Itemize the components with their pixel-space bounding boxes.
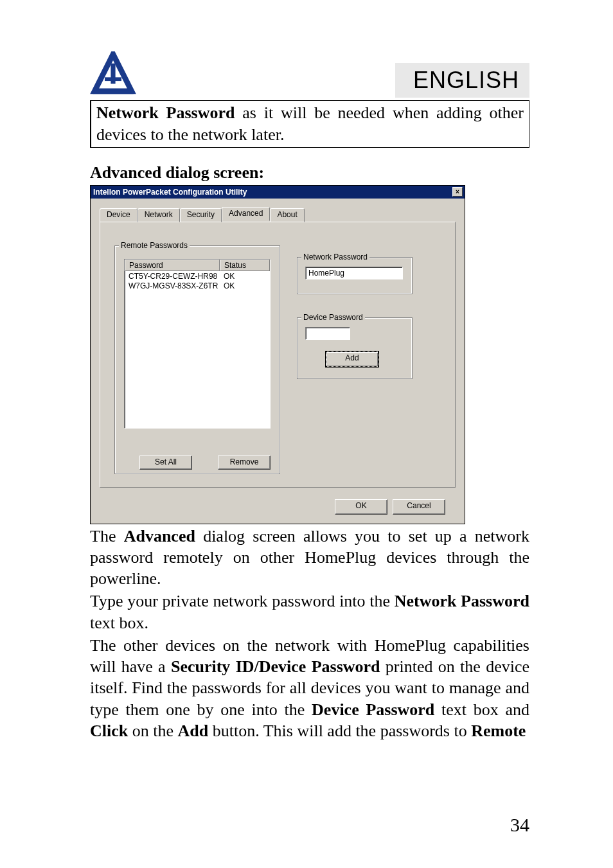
remote-passwords-label: Remote Passwords: [119, 241, 190, 250]
ok-button[interactable]: OK: [335, 499, 387, 515]
dialog-title: Intellon PowerPacket Configuration Utili…: [93, 188, 247, 197]
tab-strip: Device Network Security Advanced About: [100, 208, 456, 222]
add-button[interactable]: Add: [326, 351, 378, 367]
titlebar: Intellon PowerPacket Configuration Utili…: [91, 186, 465, 199]
tab-about[interactable]: About: [270, 208, 304, 222]
list-item[interactable]: CT5Y-CR29-CEWZ-HR98 OK: [125, 271, 270, 281]
svg-rect-2: [93, 90, 133, 94]
brand-logo: [90, 51, 136, 98]
section-title: Advanced dialog screen:: [90, 163, 529, 182]
set-all-button[interactable]: Set All: [139, 456, 192, 470]
list-header-password[interactable]: Password: [125, 260, 220, 271]
tab-advanced[interactable]: Advanced: [222, 207, 270, 221]
paragraph-2: Type your private network password into …: [90, 590, 529, 633]
password-listbox[interactable]: Password Status CT5Y-CR29-CEWZ-HR98 OK W…: [124, 259, 271, 429]
note-bold: Network Password: [96, 103, 235, 122]
network-password-group: Network Password HomePlug: [297, 257, 413, 294]
list-password-cell: W7GJ-MGSV-83SX-Z6TR: [125, 281, 220, 290]
list-status-cell: OK: [220, 272, 270, 281]
remote-passwords-group: Remote Passwords Password Status CT5Y-CR…: [114, 245, 280, 474]
list-status-cell: OK: [220, 281, 270, 290]
close-icon[interactable]: ×: [452, 187, 463, 197]
page-number: 34: [510, 814, 529, 836]
device-password-input[interactable]: [305, 327, 350, 340]
cancel-button[interactable]: Cancel: [393, 499, 445, 515]
list-item[interactable]: W7GJ-MGSV-83SX-Z6TR OK: [125, 281, 270, 290]
tab-device[interactable]: Device: [100, 208, 138, 222]
tab-network[interactable]: Network: [138, 208, 180, 222]
language-label: ENGLISH: [395, 63, 529, 98]
remove-button[interactable]: Remove: [218, 456, 271, 470]
network-password-input[interactable]: HomePlug: [305, 267, 403, 279]
tab-security[interactable]: Security: [180, 208, 222, 222]
tab-panel: Remote Passwords Password Status CT5Y-CR…: [100, 222, 456, 488]
network-password-label: Network Password: [301, 252, 369, 261]
list-password-cell: CT5Y-CR29-CEWZ-HR98: [125, 272, 220, 281]
list-header-status[interactable]: Status: [220, 260, 270, 271]
paragraph-1: The Advanced dialog screen allows you to…: [90, 526, 529, 590]
device-password-label: Device Password: [301, 313, 365, 322]
paragraph-3: The other devices on the network with Ho…: [90, 635, 529, 741]
device-password-group: Device Password Add: [297, 317, 413, 379]
dialog-screenshot: Intellon PowerPacket Configuration Utili…: [90, 185, 465, 524]
